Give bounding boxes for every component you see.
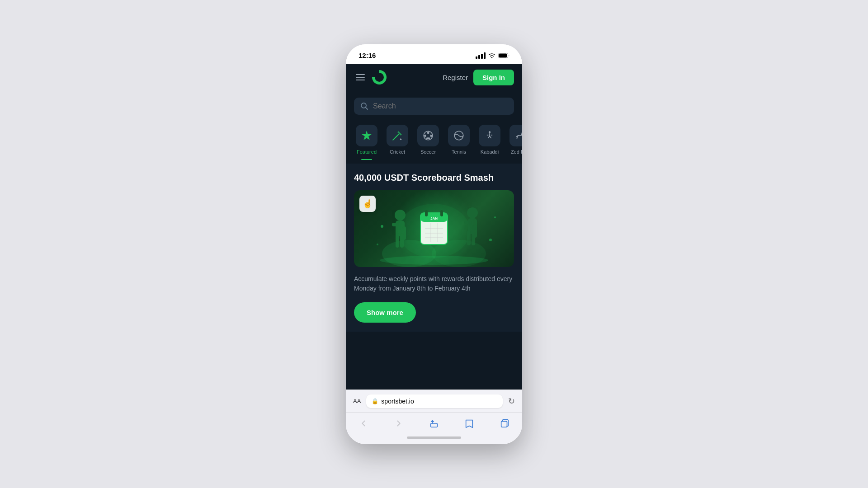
- hamburger-button[interactable]: [354, 72, 367, 82]
- svg-rect-15: [400, 233, 404, 248]
- tennis-label: Tennis: [452, 149, 466, 155]
- kabaddi-label: Kabaddi: [481, 149, 499, 155]
- tabs-button[interactable]: [491, 417, 519, 430]
- home-indicator: [346, 433, 522, 444]
- battery-icon: [498, 53, 509, 58]
- app-container: Register Sign In: [346, 64, 522, 389]
- phone-wrapper: 12:16: [346, 44, 522, 444]
- svg-rect-30: [467, 231, 471, 245]
- wifi-icon: [488, 53, 495, 58]
- sport-item-zedrun[interactable]: Zed Run: [506, 122, 522, 157]
- status-bar: 12:16: [346, 44, 522, 64]
- svg-point-32: [380, 256, 488, 265]
- sport-item-kabaddi[interactable]: Kabaddi: [475, 122, 504, 157]
- featured-label: Featured: [357, 149, 377, 155]
- svg-point-33: [381, 225, 383, 228]
- sport-item-featured[interactable]: Featured: [352, 122, 381, 157]
- cricket-label: Cricket: [390, 149, 405, 155]
- promo-overlay-icon: ☝️: [359, 196, 376, 212]
- svg-rect-28: [464, 221, 472, 224]
- svg-rect-18: [425, 210, 428, 216]
- status-time: 12:16: [359, 52, 376, 59]
- svg-rect-38: [501, 421, 507, 427]
- promo-description: Accumulate weekly points with rewards di…: [354, 274, 514, 293]
- sport-item-tennis[interactable]: Tennis: [444, 122, 473, 157]
- svg-rect-31: [472, 231, 475, 245]
- nav-left: [354, 70, 387, 84]
- promo-title: 40,000 USDT Scoreboard Smash: [354, 173, 514, 183]
- search-input[interactable]: [373, 102, 508, 110]
- svg-rect-37: [431, 423, 438, 427]
- show-more-button[interactable]: Show more: [354, 302, 416, 323]
- nav-right: Register Sign In: [443, 70, 514, 85]
- svg-point-10: [395, 210, 406, 221]
- bottom-nav: [346, 413, 522, 433]
- home-bar: [407, 436, 461, 439]
- sports-list: Featured Cricket: [346, 122, 522, 157]
- top-nav: Register Sign In: [346, 64, 522, 91]
- svg-point-35: [377, 244, 378, 245]
- soccer-icon: [417, 125, 439, 146]
- kabaddi-icon: [479, 125, 500, 146]
- tennis-icon: [448, 125, 470, 146]
- sport-item-soccer[interactable]: Soccer: [414, 122, 443, 157]
- svg-point-6: [522, 132, 522, 134]
- svg-rect-14: [396, 233, 399, 248]
- svg-point-34: [494, 216, 496, 218]
- status-icons: [476, 52, 509, 59]
- zedrun-icon: [509, 125, 522, 146]
- aa-text[interactable]: AA: [353, 398, 361, 404]
- bookmarks-button[interactable]: [455, 417, 483, 430]
- sports-nav: Featured Cricket: [346, 119, 522, 164]
- back-button[interactable]: [349, 417, 377, 430]
- url-text: sportsbet.io: [381, 398, 414, 405]
- search-container: [346, 91, 522, 119]
- cricket-icon: [387, 125, 408, 146]
- zedrun-label: Zed Run: [511, 149, 522, 155]
- browser-bar: AA 🔒 sportsbet.io ↻: [346, 389, 522, 413]
- url-bar[interactable]: 🔒 sportsbet.io: [366, 394, 503, 408]
- svg-rect-19: [440, 210, 443, 216]
- register-button[interactable]: Register: [443, 74, 468, 81]
- soccer-label: Soccer: [420, 149, 436, 155]
- svg-rect-12: [392, 223, 399, 226]
- reload-button[interactable]: ↻: [508, 396, 515, 406]
- svg-point-26: [467, 207, 478, 218]
- svg-text:JAN: JAN: [430, 216, 438, 221]
- svg-rect-1: [499, 53, 507, 57]
- forward-button[interactable]: [385, 417, 413, 430]
- signin-button[interactable]: Sign In: [473, 70, 514, 85]
- logo-icon: [372, 70, 387, 84]
- lock-icon: 🔒: [372, 398, 378, 404]
- sport-item-cricket[interactable]: Cricket: [383, 122, 412, 157]
- banner-art: JAN: [354, 190, 514, 267]
- share-button[interactable]: [420, 417, 448, 430]
- svg-point-36: [489, 239, 492, 241]
- search-icon: [360, 102, 368, 110]
- promo-section: 40,000 USDT Scoreboard Smash: [346, 164, 522, 332]
- signal-bars-icon: [476, 52, 486, 59]
- promo-banner: JAN: [354, 190, 514, 267]
- search-bar[interactable]: [354, 98, 514, 115]
- featured-icon: [356, 125, 377, 146]
- svg-point-5: [489, 131, 491, 133]
